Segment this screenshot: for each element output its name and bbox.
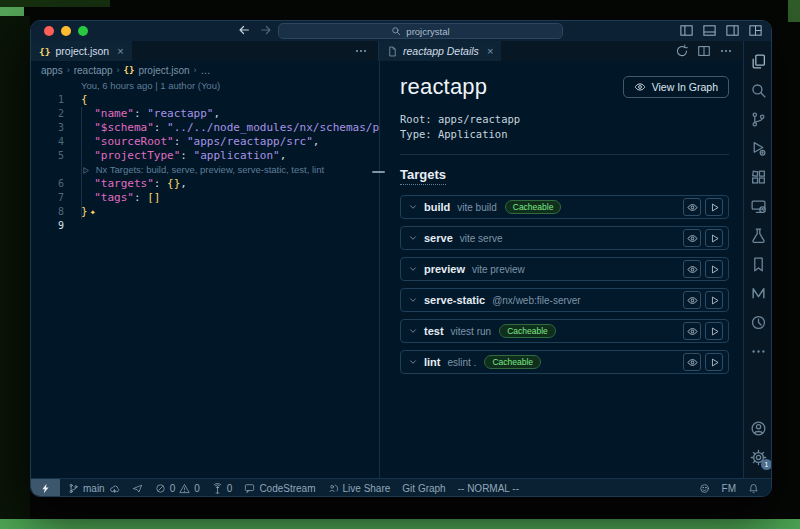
close-tab-icon[interactable]: × bbox=[487, 45, 493, 57]
activity-item-nx-console[interactable] bbox=[746, 279, 772, 308]
refresh-icon[interactable] bbox=[675, 44, 689, 58]
code-token: "application" bbox=[194, 149, 280, 163]
activity-item-accounts[interactable] bbox=[746, 414, 772, 443]
code-token: "tags" bbox=[94, 191, 134, 205]
status-feedback[interactable] bbox=[693, 479, 716, 497]
play-icon bbox=[709, 202, 720, 213]
breadcrumb-item[interactable]: … bbox=[201, 65, 211, 76]
activity-item-remote-explorer[interactable] bbox=[746, 192, 772, 221]
target-view-config-button[interactable] bbox=[683, 322, 701, 340]
target-row-lint[interactable]: linteslint .Cacheable bbox=[400, 350, 729, 374]
target-view-config-button[interactable] bbox=[683, 229, 701, 247]
more-actions-icon[interactable] bbox=[354, 44, 368, 58]
activity-bar: 1 bbox=[743, 41, 772, 478]
status-live-share[interactable]: Live Share bbox=[322, 479, 397, 497]
code-line: 4 "sourceRoot": "apps/reactapp/src", bbox=[31, 135, 379, 149]
tab-project-json[interactable]: {} project.json × bbox=[31, 41, 133, 61]
code-line: 8}✦ bbox=[31, 205, 379, 219]
eye-icon bbox=[687, 233, 698, 244]
target-row-serve[interactable]: servevite serve bbox=[400, 226, 729, 250]
code-token: : bbox=[134, 107, 147, 121]
minimize-button[interactable] bbox=[61, 26, 71, 36]
activity-item-settings[interactable]: 1 bbox=[746, 443, 772, 472]
breadcrumb[interactable]: apps›reactapp›{}project.json›… bbox=[31, 61, 379, 79]
target-run-button[interactable] bbox=[705, 260, 723, 278]
close-tab-icon[interactable]: × bbox=[117, 45, 123, 57]
code-token bbox=[81, 177, 94, 191]
code-token: : bbox=[174, 135, 187, 149]
status-notifications[interactable] bbox=[742, 479, 765, 497]
publish-icon bbox=[132, 483, 143, 494]
toggle-primary-sidebar-icon[interactable] bbox=[679, 23, 694, 38]
target-row-preview[interactable]: previewvite preview bbox=[400, 257, 729, 281]
code-token bbox=[81, 191, 94, 205]
target-view-config-button[interactable] bbox=[683, 198, 701, 216]
target-row-test[interactable]: testvitest runCacheable bbox=[400, 319, 729, 343]
activity-item-explorer[interactable] bbox=[746, 47, 772, 76]
codelens-line[interactable]: Nx Targets: build, serve, preview, serve… bbox=[31, 163, 379, 177]
editor-sash-handle[interactable] bbox=[372, 171, 385, 173]
navigate-back-icon[interactable] bbox=[237, 23, 251, 37]
tab-label: reactapp Details bbox=[403, 45, 479, 57]
sparkle-decoration: ✦ bbox=[90, 205, 96, 219]
status-vim-mode[interactable]: -- NORMAL -- bbox=[452, 479, 525, 497]
code-token: : bbox=[134, 191, 147, 205]
activity-item-bookmarks[interactable] bbox=[746, 250, 772, 279]
target-row-serve-static[interactable]: serve-static@nx/web:file-server bbox=[400, 288, 729, 312]
line-number: 5 bbox=[31, 149, 67, 163]
activity-item-search[interactable] bbox=[746, 76, 772, 105]
status-git-branch[interactable]: main bbox=[62, 479, 126, 497]
code-line: 6 "targets": {}, bbox=[31, 177, 379, 191]
code-token: , bbox=[180, 177, 187, 191]
target-view-config-button[interactable] bbox=[683, 353, 701, 371]
activity-item-more-views[interactable] bbox=[746, 337, 772, 366]
status-problems[interactable]: 00 bbox=[149, 479, 206, 497]
codelens-line[interactable]: You, 6 hours ago | 1 author (You) bbox=[31, 79, 379, 93]
zoom-button[interactable] bbox=[78, 26, 88, 36]
customize-layout-icon[interactable] bbox=[748, 23, 763, 38]
status-format-indicator[interactable]: FM bbox=[716, 479, 742, 497]
status-codestream[interactable]: CodeStream bbox=[238, 479, 321, 497]
breadcrumb-item[interactable]: project.json bbox=[138, 65, 189, 76]
code-line: 3 "$schema": "../../node_modules/nx/sche… bbox=[31, 121, 379, 135]
target-run-button[interactable] bbox=[705, 353, 723, 371]
toggle-secondary-sidebar-icon[interactable] bbox=[725, 23, 740, 38]
target-run-button[interactable] bbox=[705, 198, 723, 216]
target-name: lint bbox=[424, 356, 441, 368]
codelens-text: Nx Targets: build, serve, preview, serve… bbox=[93, 163, 324, 177]
target-run-button[interactable] bbox=[705, 322, 723, 340]
navigate-forward-icon[interactable] bbox=[259, 23, 273, 37]
target-run-button[interactable] bbox=[705, 229, 723, 247]
breadcrumb-separator: › bbox=[117, 65, 120, 75]
target-run-button[interactable] bbox=[705, 291, 723, 309]
split-editor-icon[interactable] bbox=[697, 44, 711, 58]
view-in-graph-button[interactable]: View In Graph bbox=[623, 76, 729, 98]
toggle-panel-icon[interactable] bbox=[702, 23, 717, 38]
target-name: serve-static bbox=[424, 294, 485, 306]
tab-reactapp-details[interactable]: reactapp Details × bbox=[379, 41, 502, 61]
target-command: vite build bbox=[457, 202, 496, 213]
cacheable-badge: Cacheable bbox=[505, 200, 562, 214]
status-remote-indicator[interactable] bbox=[31, 479, 60, 497]
target-view-config-button[interactable] bbox=[683, 291, 701, 309]
activity-item-run-and-debug[interactable] bbox=[746, 134, 772, 163]
activity-item-timeline[interactable] bbox=[746, 308, 772, 337]
more-actions-icon[interactable] bbox=[719, 44, 733, 58]
code-token: "targets" bbox=[94, 177, 154, 191]
target-row-build[interactable]: buildvite buildCacheable bbox=[400, 195, 729, 219]
status-publish[interactable] bbox=[126, 479, 149, 497]
source-control-icon bbox=[750, 111, 767, 128]
status-broadcast[interactable]: 0 bbox=[206, 479, 239, 497]
activity-item-extensions[interactable] bbox=[746, 163, 772, 192]
breadcrumb-separator: › bbox=[194, 65, 197, 75]
code-editor[interactable]: You, 6 hours ago | 1 author (You)1{2 "na… bbox=[31, 79, 379, 478]
breadcrumb-item[interactable]: apps bbox=[41, 65, 63, 76]
code-token bbox=[81, 107, 94, 121]
command-center-search[interactable]: projcrystal bbox=[278, 23, 563, 39]
activity-item-testing[interactable] bbox=[746, 221, 772, 250]
breadcrumb-item[interactable]: reactapp bbox=[74, 65, 113, 76]
target-view-config-button[interactable] bbox=[683, 260, 701, 278]
status-git-graph[interactable]: Git Graph bbox=[396, 479, 451, 497]
close-button[interactable] bbox=[44, 26, 54, 36]
activity-item-source-control[interactable] bbox=[746, 105, 772, 134]
